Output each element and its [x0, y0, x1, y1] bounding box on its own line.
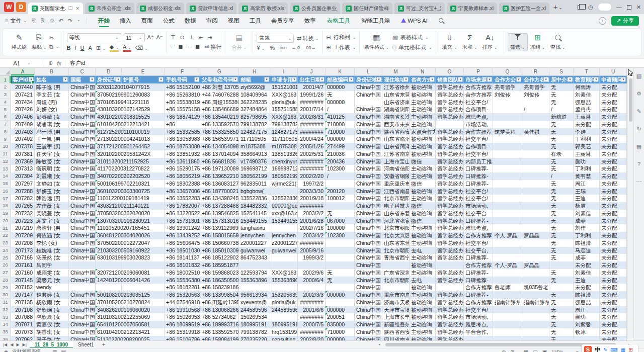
cell-U24[interactable]: 未分配	[600, 247, 627, 254]
cell-R22[interactable]: 罗晶晶	[522, 232, 549, 239]
row-number[interactable]: 11	[0, 150, 11, 158]
cell-S29[interactable]	[549, 284, 574, 291]
cell-I14[interactable]: 180562199	[270, 172, 298, 180]
cell-M8[interactable]: 陕西省西安	[382, 128, 410, 136]
cell-S30[interactable]: 无	[549, 291, 574, 299]
cell-L24[interactable]: China中国	[355, 247, 382, 254]
cell-L10[interactable]: China中国	[355, 143, 382, 150]
cell-O33[interactable]: 留学总经办	[436, 313, 464, 321]
cell-H29[interactable]	[239, 284, 270, 291]
row-number[interactable]: 4	[0, 99, 11, 106]
cell-S5[interactable]: /	[549, 106, 574, 113]
cell-K27[interactable]: 无	[326, 269, 355, 277]
cell-R33[interactable]	[522, 313, 549, 321]
cell-K26[interactable]	[326, 261, 355, 269]
cell-B5[interactable]: 刘妍 (女)	[35, 106, 69, 113]
cell-K7[interactable]: 710000	[326, 121, 355, 128]
cell-N27[interactable]: 主动咨询	[410, 269, 436, 277]
cell-G24[interactable]: +86 1850103098	[200, 247, 239, 254]
column-header-K[interactable]: K	[326, 68, 355, 75]
cell-F15[interactable]: +86 18302388	[165, 180, 200, 188]
cell-U9[interactable]: 未分配	[600, 135, 627, 143]
header-cell-S[interactable]: 原中介机构▼	[549, 76, 574, 83]
cell-I3[interactable]: XXX@163.c	[270, 91, 298, 99]
cell-C6[interactable]: China中国	[69, 113, 96, 121]
cell-N34[interactable]: 主动咨询	[410, 321, 436, 328]
row-number[interactable]: 26	[0, 261, 11, 269]
cell-J11[interactable]: 2002/5/31	[298, 150, 326, 158]
cell-S33[interactable]: 无	[549, 313, 574, 321]
cell-F3[interactable]: +86 15263810	[165, 91, 200, 99]
header-cell-A[interactable]: 客户id▼	[11, 76, 35, 83]
cell-L20[interactable]: China中国	[355, 217, 382, 225]
cell-K12[interactable]: 200436	[326, 158, 355, 165]
cell-A24[interactable]: 207173	[11, 247, 35, 254]
column-header-L[interactable]: L	[355, 68, 382, 75]
cell-L26[interactable]: China中国	[355, 261, 382, 269]
clear-format-button[interactable]: ⌫ ⌄	[135, 45, 148, 51]
zoom-caret-icon[interactable]: ⌄	[568, 349, 572, 352]
cell-E29[interactable]	[122, 284, 165, 291]
cell-J12[interactable]: ########	[298, 158, 326, 165]
cell-O26[interactable]	[436, 261, 464, 269]
next-sheet-icon[interactable]: ▶	[16, 342, 19, 347]
filter-dropdown-icon[interactable]: ▼	[319, 77, 325, 82]
cell-H12[interactable]: v17490376	[239, 158, 270, 165]
cell-P34[interactable]: 雅思考点,	[464, 321, 493, 328]
cell-D16[interactable]: 360103200303300725	[96, 188, 122, 195]
cell-D24[interactable]: 210303200509160922	[96, 247, 122, 254]
quick-access-caret-icon[interactable]: ⌄	[77, 18, 80, 24]
cell-J29[interactable]	[298, 284, 326, 291]
cell-A35[interactable]: 207073	[11, 328, 35, 336]
cell-M3[interactable]: 山东省东营	[382, 91, 410, 99]
cell-I26[interactable]	[270, 261, 298, 269]
cell-Q4[interactable]	[493, 99, 522, 106]
cell-K34[interactable]: 835000	[326, 321, 355, 328]
cell-F17[interactable]: +86 13552283	[165, 195, 200, 202]
cell-R25[interactable]	[522, 254, 549, 261]
cell-S17[interactable]: 无	[549, 195, 574, 202]
cell-M13[interactable]: 河南省信阳	[382, 165, 410, 172]
cell-J8[interactable]: ########	[298, 128, 326, 136]
cell-Q34[interactable]	[493, 321, 522, 328]
cell-M10[interactable]: 山东省菏泽	[382, 143, 410, 150]
cell-U17[interactable]: 未分配	[600, 195, 627, 202]
cell-O28[interactable]: 留学总经办	[436, 277, 464, 284]
cell-H27[interactable]: 122593794	[239, 269, 270, 277]
row-number[interactable]: 6	[0, 113, 11, 121]
cell-I28[interactable]: 155363896	[270, 277, 298, 284]
cell-K36[interactable]: 000000	[326, 336, 355, 341]
cell-N29[interactable]: 被动咨询	[410, 284, 436, 291]
cell-S6[interactable]: 新航道	[549, 113, 574, 121]
cell-T34[interactable]: 刘紫馨	[574, 321, 600, 328]
cell-A22[interactable]: 207209	[11, 232, 35, 239]
cell-O10[interactable]: 留学总经办	[436, 143, 464, 150]
cell-F25[interactable]: +86 18141137	[165, 254, 200, 261]
cell-Q2[interactable]: 亮哥留学	[493, 83, 522, 91]
strikethrough-button[interactable]: A	[89, 45, 92, 51]
cell-A2[interactable]: 207440	[11, 83, 35, 91]
cell-N30[interactable]: 主动咨询	[410, 291, 436, 299]
cell-K2[interactable]: 000000	[326, 83, 355, 91]
cell-P11[interactable]: 社交平台/	[464, 150, 493, 158]
cell-H10[interactable]: m1875308	[239, 143, 270, 150]
cell-A21[interactable]: 207219	[11, 224, 35, 232]
cell-D14[interactable]: 340702200202202520	[96, 172, 122, 180]
column-header-Q[interactable]: Q	[493, 68, 522, 75]
cell-L13[interactable]: China中国	[355, 165, 382, 172]
cell-D8[interactable]: 612725200110100019	[96, 128, 122, 136]
cell-A5[interactable]: 207426	[11, 106, 35, 113]
cell-N31[interactable]: 被动咨询	[410, 299, 436, 306]
cell-A17[interactable]: 207282	[11, 195, 35, 202]
docs-home-icon[interactable]: D	[16, 2, 26, 12]
row-number[interactable]: 29	[0, 284, 11, 291]
filter-dropdown-icon[interactable]: ▼	[264, 77, 269, 82]
cell-U36[interactable]: 未分配	[600, 336, 627, 341]
cell-C16[interactable]: China中国	[69, 188, 96, 195]
column-header-H[interactable]: H	[239, 68, 270, 75]
cell-P13[interactable]: 口碑推荐-	[464, 165, 493, 172]
cell-N33[interactable]: 被动咨询	[410, 313, 436, 321]
cell-L34[interactable]: China中国	[355, 321, 382, 328]
cell-S18[interactable]: 无	[549, 202, 574, 210]
cell-U4[interactable]: 未分配	[600, 99, 627, 106]
